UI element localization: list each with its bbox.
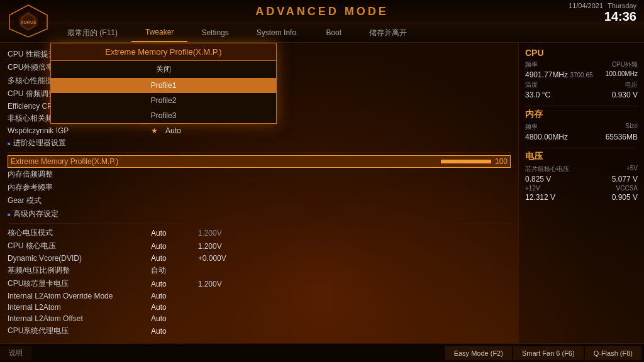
info-vccsa-value: 0.905 V bbox=[612, 193, 638, 202]
menu-label-mem-ratio: 内存倍频调整 bbox=[8, 169, 146, 180]
menu-value-cpu-core-volt: Auto 1.200V bbox=[151, 242, 222, 251]
info-cpu-temp-val-row: 33.0 °C 0.930 V bbox=[525, 90, 638, 99]
menu-label-l2atom: Internal L2Atom bbox=[8, 303, 146, 312]
menu-item-mem-ref[interactable]: 内存参考频率 bbox=[8, 181, 511, 194]
info-memory: 内存 频率 Size 4800.00MHz 65536MB bbox=[525, 109, 638, 141]
tab-boot[interactable]: Boot bbox=[312, 23, 355, 42]
menu-item-base-volt[interactable]: 基频/电压比例调整 自动 bbox=[8, 264, 511, 277]
menu-label-sys-agent-volt: CPU系统代理电压 bbox=[8, 326, 146, 336]
note-button[interactable]: 说明 bbox=[0, 346, 31, 360]
menu-item-cpu-core-volt[interactable]: CPU 核心电压 Auto 1.200V bbox=[8, 239, 511, 253]
right-panel: CPU 频率 CPU外频 4901.77MHz 3700.65 100.00MH… bbox=[518, 43, 644, 343]
date-display: 11/04/2021 bbox=[569, 2, 603, 9]
info-volt-chip-val-row: 0.825 V 5.077 V bbox=[525, 175, 638, 184]
info-volt-chip-value: 0.825 V bbox=[525, 175, 551, 184]
info-volt-title: 电压 bbox=[525, 151, 638, 162]
qflash-button[interactable]: Q-Flash (F8) bbox=[585, 346, 641, 360]
menu-item-sys-agent-volt[interactable]: CPU系统代理电压 Auto bbox=[8, 324, 511, 337]
menu-item-adv-proc[interactable]: 进阶处理器设置 bbox=[8, 136, 511, 150]
menu-value-igpu-volt: Auto 1.200V bbox=[151, 280, 222, 288]
info-voltage: 电压 芯片组核心电压 +5V 0.825 V 5.077 V +12V VCCS… bbox=[525, 151, 638, 202]
info-mem-size-value: 65536MB bbox=[606, 133, 638, 141]
menu-item-adv-mem[interactable]: 高级内存设定 bbox=[8, 207, 511, 221]
menu-value-l2atom: Auto bbox=[151, 303, 167, 312]
xmp-bar bbox=[441, 160, 491, 163]
info-volt-12v-val-row: 12.312 V 0.905 V bbox=[525, 193, 638, 202]
menu-item-mem-ratio[interactable]: 内存倍频调整 bbox=[8, 168, 511, 181]
info-cpu-freq-val-row: 4901.77MHz 3700.65 100.00MHz bbox=[525, 70, 638, 79]
menu-label-gear: Gear 模式 bbox=[8, 195, 146, 206]
divider-right-2 bbox=[525, 148, 638, 148]
info-cpu-volt-label: 电压 bbox=[625, 80, 638, 89]
info-cpu: CPU 频率 CPU外频 4901.77MHz 3700.65 100.00MH… bbox=[525, 48, 638, 99]
menu-label-adv-mem: 高级内存设定 bbox=[8, 209, 146, 219]
divider-1 bbox=[8, 152, 511, 153]
popup-title: Extreme Memory Profile(X.M.P.) bbox=[51, 43, 276, 61]
popup-option-profile2[interactable]: Profile2 bbox=[51, 93, 276, 108]
menu-label-core-volt-mode: 核心电压模式 bbox=[8, 228, 146, 238]
popup-option-off[interactable]: 关闭 bbox=[51, 61, 276, 78]
info-volt-chip-label-row: 芯片组核心电压 +5V bbox=[525, 165, 638, 173]
datetime: 11/04/2021 Thursday 14:36 bbox=[569, 1, 636, 23]
menu-label-cpu-core-volt: CPU 核心电压 bbox=[8, 241, 146, 251]
info-volt-12v-value: 12.312 V bbox=[525, 193, 555, 202]
info-mem-freq-value: 4800.00MHz bbox=[525, 133, 568, 141]
menu-label-igp: Współczynnik IGP bbox=[8, 126, 146, 135]
info-mem-freq-label: 频率 bbox=[525, 123, 538, 131]
info-mem-values: 4800.00MHz 65536MB bbox=[525, 133, 638, 141]
info-cpu-freq-label: 频率 bbox=[525, 60, 538, 69]
popup-option-profile1[interactable]: Profile1 bbox=[51, 78, 276, 93]
tab-system-info[interactable]: System Info. bbox=[243, 23, 313, 42]
info-mem-size-label: Size bbox=[626, 123, 638, 131]
menu-value-base-volt: 自动 bbox=[151, 265, 166, 276]
tab-tweaker[interactable]: Tweaker bbox=[131, 23, 187, 42]
info-mem-labels: 频率 Size bbox=[525, 123, 638, 131]
time-display: 14:36 bbox=[569, 10, 636, 23]
easy-mode-button[interactable]: Easy Mode (F2) bbox=[445, 346, 512, 360]
info-volt-5v-label: +5V bbox=[626, 165, 638, 173]
menu-item-igpu-volt[interactable]: CPU核芯显卡电压 Auto 1.200V bbox=[8, 277, 511, 290]
info-volt-12v-label-row: +12V VCCSA bbox=[525, 185, 638, 192]
menu-label-dvid: Dynamic Vcore(DVID) bbox=[8, 254, 146, 263]
bottom-bar: 说明 Easy Mode (F2) Smart Fan 6 (F6) Q-Fla… bbox=[0, 343, 644, 362]
info-vccsa-label: VCCSA bbox=[616, 185, 638, 192]
menu-value-l2atom-offset: Auto bbox=[151, 314, 167, 323]
menu-label-mem-ref: 内存参考频率 bbox=[8, 182, 146, 193]
nav-tabs: 最常用的 (F11) Tweaker Settings System Info.… bbox=[0, 23, 644, 43]
page-wrapper: AORUS ADVANCED MODE 11/04/2021 Thursday … bbox=[0, 0, 644, 362]
day-display: Thursday bbox=[608, 2, 636, 9]
menu-item-gear[interactable]: Gear 模式 bbox=[8, 194, 511, 207]
smart-fan-button[interactable]: Smart Fan 6 (F6) bbox=[513, 346, 584, 360]
tab-settings[interactable]: Settings bbox=[187, 23, 242, 42]
menu-item-igp[interactable]: Współczynnik IGP ★ Auto bbox=[8, 125, 511, 136]
divider-right-1 bbox=[525, 106, 638, 106]
menu-item-xmp[interactable]: Extreme Memory Profile(X.M.P.) 100 bbox=[8, 155, 511, 168]
menu-value-sys-agent-volt: Auto bbox=[151, 327, 167, 336]
info-cpu-ext-label: CPU外频 bbox=[612, 60, 638, 69]
divider-2 bbox=[8, 223, 511, 224]
menu-item-core-volt-mode[interactable]: 核心电压模式 Auto 1.200V bbox=[8, 226, 511, 239]
info-cpu-temp-label: 温度 bbox=[525, 80, 538, 89]
popup-option-profile3[interactable]: Profile3 bbox=[51, 108, 276, 123]
menu-item-dvid[interactable]: Dynamic Vcore(DVID) Auto +0.000V bbox=[8, 253, 511, 264]
menu-value-dvid: Auto +0.000V bbox=[151, 254, 226, 263]
menu-item-l2atom-offset[interactable]: Internal L2Atom Offset Auto bbox=[8, 313, 511, 324]
menu-item-l2atom-override[interactable]: Internal L2Atom Override Mode Auto bbox=[8, 290, 511, 302]
star-icon-6: ★ bbox=[151, 126, 158, 135]
menu-value-l2atom-override: Auto bbox=[151, 292, 167, 300]
tab-most-used[interactable]: 最常用的 (F11) bbox=[53, 23, 131, 42]
info-cpu-temp-value: 33.0 °C bbox=[525, 90, 550, 99]
info-cpu-temp-row: 温度 电压 bbox=[525, 80, 638, 89]
info-mem-title: 内存 bbox=[525, 109, 638, 120]
menu-label-l2atom-override: Internal L2Atom Override Mode bbox=[8, 292, 146, 300]
menu-value-core-volt-mode: Auto 1.200V bbox=[151, 229, 222, 238]
info-cpu-ext-value: 100.00MHz bbox=[606, 70, 638, 79]
info-volt-12v-label: +12V bbox=[525, 185, 540, 192]
logo-area: AORUS bbox=[6, 4, 50, 41]
menu-item-l2atom[interactable]: Internal L2Atom Auto bbox=[8, 302, 511, 313]
info-cpu-freq-value: 4901.77MHz 3700.65 bbox=[525, 70, 593, 79]
tab-save-exit[interactable]: 储存并离开 bbox=[355, 23, 421, 42]
menu-label-l2atom-offset: Internal L2Atom Offset bbox=[8, 314, 146, 323]
menu-label-igpu-volt: CPU核芯显卡电压 bbox=[8, 278, 146, 289]
info-cpu-volt-value: 0.930 V bbox=[612, 90, 638, 99]
